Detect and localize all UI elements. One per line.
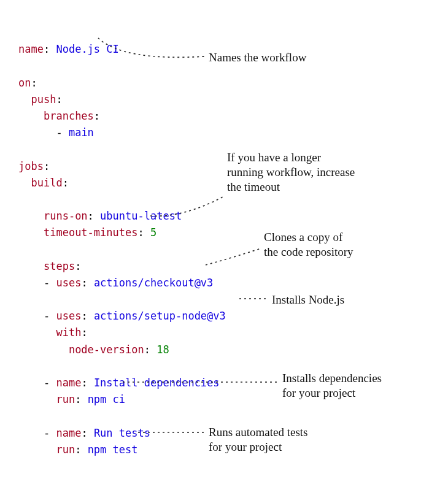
annotation-run-tests: Runs automated tests for your project: [209, 425, 307, 454]
annotation-line: Runs automated tests: [209, 426, 307, 439]
annotation-line: for your project: [209, 440, 282, 453]
annotation-line: Installs dependencies: [282, 372, 382, 385]
yaml-key: with: [56, 326, 81, 339]
yaml-key: build: [31, 177, 62, 189]
annotation-line: the timeout: [227, 180, 280, 193]
yaml-key: steps: [44, 260, 75, 272]
yaml-key: timeout-minutes: [44, 226, 138, 239]
annotation-line: for your project: [282, 386, 355, 399]
yaml-key: runs-on: [44, 210, 88, 222]
yaml-value: npm ci: [88, 393, 125, 405]
annotation-line: If you have a longer: [227, 151, 321, 164]
yaml-value: 18: [156, 343, 169, 356]
yaml-key: jobs: [18, 160, 44, 172]
yaml-value: actions/checkout@v3: [94, 277, 213, 289]
yaml-value: 5: [150, 226, 156, 239]
yaml-value: npm test: [88, 443, 138, 456]
yaml-key: uses: [56, 310, 81, 322]
annotation-line: Clones a copy of: [264, 231, 342, 243]
annotation-install-deps: Installs dependencies for your project: [282, 371, 382, 400]
yaml-key: push: [31, 93, 56, 105]
yaml-key: run: [56, 393, 75, 405]
yaml-key: node-version: [69, 343, 144, 356]
annotation-line: running workflow, increase: [227, 166, 355, 178]
annotation-line: the code repository: [264, 245, 353, 258]
yaml-value: actions/setup-node@v3: [94, 310, 226, 322]
yaml-value: ubuntu-latest: [100, 210, 182, 222]
yaml-key: branches: [44, 110, 94, 122]
annotation-checkout: Clones a copy of the code repository: [264, 230, 353, 259]
yaml-key: name: [56, 427, 81, 439]
yaml-key: on: [18, 77, 31, 89]
yaml-value: main: [69, 126, 94, 139]
yaml-key: run: [56, 443, 75, 456]
yaml-value: Node.js CI: [56, 43, 118, 55]
yaml-key: name: [56, 377, 81, 389]
annotation-timeout: If you have a longer running workflow, i…: [227, 150, 355, 194]
yaml-key: uses: [56, 277, 81, 289]
annotation-names-workflow: Names the workflow: [209, 50, 306, 65]
yaml-key: name: [18, 43, 44, 55]
annotation-setup-node: Installs Node.js: [272, 293, 344, 307]
yaml-value: Install dependencies: [94, 377, 220, 389]
yaml-value: Run tests: [94, 427, 150, 439]
